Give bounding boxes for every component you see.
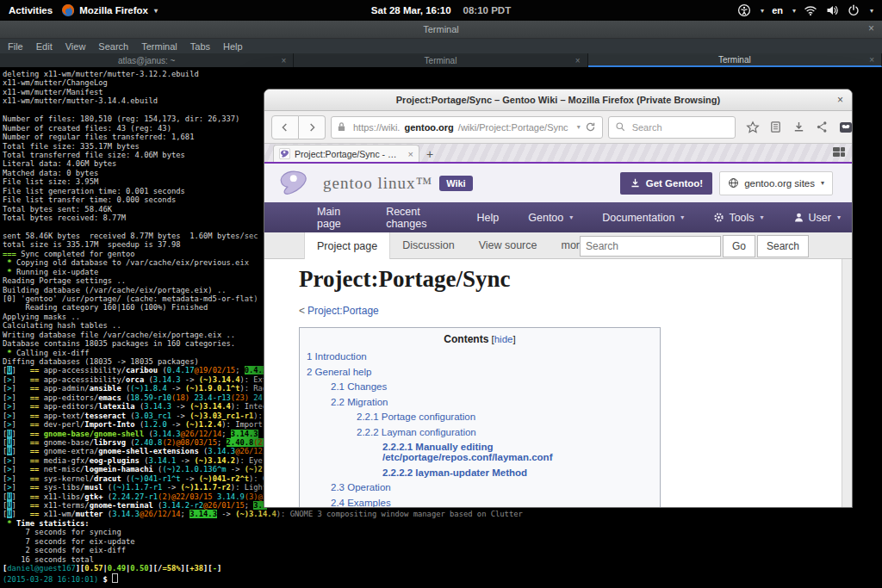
nav-label: Documentation xyxy=(602,212,674,224)
close-icon[interactable]: × xyxy=(281,56,286,65)
new-tab-button[interactable]: + xyxy=(426,146,433,162)
terminal-menu-search[interactable]: Search xyxy=(98,41,128,52)
share-icon[interactable] xyxy=(816,121,829,134)
firefox-titlebar[interactable]: Project:Portage/Sync – Gentoo Wiki – Moz… xyxy=(264,90,852,111)
downloads-icon[interactable] xyxy=(792,121,806,134)
close-icon[interactable]: × xyxy=(408,149,413,159)
search-bar[interactable]: Search xyxy=(608,116,736,139)
reload-icon[interactable] xyxy=(585,121,597,133)
terminal-tabbar: atlas@janus: ~×Terminal×Terminal× xyxy=(0,53,882,67)
wiki-nav-documentation[interactable]: Documentation▾ xyxy=(591,202,695,232)
keyboard-layout-indicator[interactable]: en xyxy=(772,5,783,15)
nav-label: Gentoo xyxy=(528,212,563,224)
get-gentoo-button[interactable]: Get Gentoo! xyxy=(620,172,712,195)
wiki-navbar: Main pageRecent changesHelpGentoo▾Docume… xyxy=(264,202,852,232)
toc-entry[interactable]: 2 General help xyxy=(307,367,653,377)
breadcrumb-link[interactable]: Project:Portage xyxy=(307,305,379,317)
toc-entry[interactable]: 2.4 Examples xyxy=(331,498,653,508)
chevron-down-icon: ▾ xyxy=(761,7,764,15)
terminal-tab[interactable]: atlas@janus: ~× xyxy=(0,53,294,67)
terminal-line: 7 seconds for syncing xyxy=(3,528,882,536)
bookmarks-icon[interactable] xyxy=(769,121,783,134)
nav-label: Tools xyxy=(729,212,754,224)
terminal-line: (2015-03-28 16:10:01) $ xyxy=(3,573,882,582)
tab-groups-icon[interactable] xyxy=(833,147,845,158)
toc-entry[interactable]: 1 Introduction xyxy=(307,351,653,362)
terminal-titlebar[interactable]: Terminal × xyxy=(0,21,882,39)
tab-label: Project page xyxy=(317,240,377,252)
gentoo-sites-button[interactable]: gentoo.org sites ▾ xyxy=(719,171,833,195)
close-icon[interactable]: × xyxy=(837,94,843,106)
wiki-nav-tools[interactable]: Tools▾ xyxy=(702,202,774,232)
wiki-nav-help[interactable]: Help xyxy=(466,202,511,232)
wiki-go-button[interactable]: Go xyxy=(723,235,755,257)
toc-entry[interactable]: 2.1 Changes xyxy=(331,381,653,392)
terminal-menu-tabs[interactable]: Tabs xyxy=(190,41,210,52)
terminal-menu-terminal[interactable]: Terminal xyxy=(141,41,177,52)
power-icon[interactable] xyxy=(847,3,860,17)
terminal-line: 2 seconds for eix-diff xyxy=(3,546,882,554)
accessibility-icon[interactable] xyxy=(737,3,751,17)
bookmark-star-icon[interactable] xyxy=(746,121,760,134)
terminal-menu-help[interactable]: Help xyxy=(223,41,243,52)
forward-button[interactable] xyxy=(299,115,326,139)
private-browsing-mask-icon[interactable] xyxy=(839,121,853,134)
clock-area[interactable]: Sat 28 Mar, 16:10 08:10 PDT xyxy=(371,0,511,21)
toc-entry[interactable]: 2.2.1 Portage configuration xyxy=(357,412,653,422)
toc-heading: Contents [hide] xyxy=(307,333,653,345)
wiki-nav-user[interactable]: User▾ xyxy=(782,202,852,232)
chevron-down-icon: ▾ xyxy=(792,7,796,15)
terminal-tab[interactable]: Terminal× xyxy=(294,53,587,67)
close-icon[interactable]: × xyxy=(575,56,581,65)
wifi-icon[interactable] xyxy=(804,3,817,17)
firefox-window: Project:Portage/Sync – Gentoo Wiki – Moz… xyxy=(264,89,853,508)
chevron-down-icon[interactable]: ▾ xyxy=(577,123,581,131)
toc-entry[interactable]: 2.3 Operation xyxy=(331,482,653,492)
chevron-down-icon: ▾ xyxy=(821,179,824,187)
url-bar[interactable]: https://wiki.gentoo.org/wiki/Project:Por… xyxy=(331,116,603,139)
wiki-tab-view-source[interactable]: View source xyxy=(467,232,550,258)
wiki-nav-gentoo[interactable]: Gentoo▾ xyxy=(517,202,584,232)
download-icon xyxy=(630,177,642,189)
wiki-nav-recent-changes[interactable]: Recent changes xyxy=(375,202,458,232)
gnome-top-bar: Activities Mozilla Firefox ▾ Sat 28 Mar,… xyxy=(0,0,882,21)
close-icon[interactable]: × xyxy=(868,22,874,34)
wiki-nav-main-page[interactable]: Main page xyxy=(306,202,368,232)
terminal-menu-file[interactable]: File xyxy=(8,41,23,52)
wiki-search-button[interactable]: Search xyxy=(757,235,809,257)
toc-entry[interactable]: 2.2.2.2 layman-updater Method xyxy=(382,467,653,478)
toc-entry[interactable]: 2.2.2.1 Manually editing /etc/portage/re… xyxy=(382,442,653,462)
toc-entry[interactable]: 2.2 Migration xyxy=(331,397,653,407)
wiki-tab-project-page[interactable]: Project page xyxy=(304,232,390,259)
activities-button[interactable]: Activities xyxy=(9,5,53,15)
terminal-line: [U] == x11-wm/mutter (3.14.3@26/12/14; 3… xyxy=(3,510,882,518)
chevron-down-icon: ▾ xyxy=(680,214,684,221)
search-icon xyxy=(615,121,627,133)
toc-entry[interactable]: 2.2.2 Layman configuration xyxy=(357,427,653,437)
wiki-tab-discussion[interactable]: Discussion xyxy=(390,232,466,258)
secondary-clock: 08:10 PDT xyxy=(463,5,512,15)
table-of-contents: Contents [hide] 1 Introduction2 General … xyxy=(299,327,661,508)
terminal-menu-view[interactable]: View xyxy=(65,41,86,52)
terminal-line: [daniel@guest167][0.57|0.49|0.50][/=58%]… xyxy=(3,564,882,573)
lock-icon xyxy=(337,121,349,133)
firefox-window-title: Project:Portage/Sync – Gentoo Wiki – Moz… xyxy=(396,95,720,105)
volume-icon[interactable] xyxy=(825,3,839,17)
globe-icon xyxy=(728,177,740,189)
toc-list: 1 Introduction2 General help2.1 Changes2… xyxy=(307,351,653,508)
close-icon[interactable]: × xyxy=(869,55,874,65)
terminal-title: Terminal xyxy=(423,24,459,34)
gentoo-logo[interactable] xyxy=(276,168,314,199)
chevron-down-icon: ▾ xyxy=(870,7,873,15)
app-menu-button[interactable]: Mozilla Firefox ▾ xyxy=(61,3,158,17)
terminal-menu-edit[interactable]: Edit xyxy=(36,41,53,52)
gentoo-brand-text: gentoo linux™ xyxy=(323,174,432,193)
back-button[interactable] xyxy=(271,115,299,139)
terminal-tab[interactable]: Terminal× xyxy=(588,53,882,67)
wiki-search-input[interactable] xyxy=(580,236,721,257)
browser-tab[interactable]: Project:Portage/Sync - Gentoo ... × xyxy=(273,145,419,162)
page-scrollbar[interactable] xyxy=(842,259,852,508)
page-title: Project:Portage/Sync xyxy=(299,266,852,293)
wiki-badge: Wiki xyxy=(439,176,473,191)
toc-hide-link[interactable]: hide xyxy=(494,334,513,344)
